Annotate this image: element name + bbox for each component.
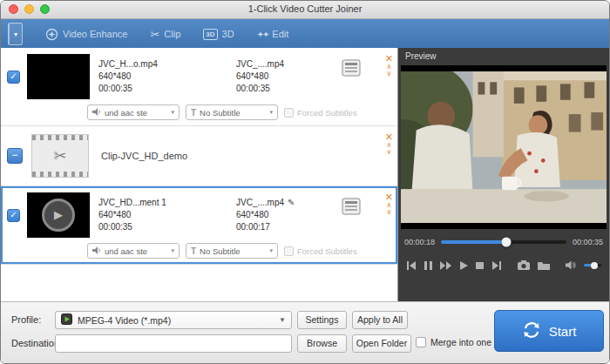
minimize-window-button[interactable] xyxy=(24,4,34,14)
zoom-window-button[interactable] xyxy=(40,4,50,14)
item1-checkbox[interactable]: ✓ xyxy=(7,71,20,84)
add-file-button[interactable]: Add File ▾ xyxy=(8,23,23,45)
item3-output-duration: 00:00:17 xyxy=(236,221,339,233)
three-d-label: 3D xyxy=(222,29,234,39)
close-window-button[interactable] xyxy=(9,4,18,14)
fast-forward-button[interactable] xyxy=(440,261,452,270)
clip-button[interactable]: ✂ Clip xyxy=(150,28,180,41)
title-bar: 1-Click Video Cutter Joiner xyxy=(1,1,609,19)
item3-source-info: JVC_HD...ment 1 640*480 00:00:35 xyxy=(98,197,236,233)
item2-clip-name: Clip-JVC_HD_demo xyxy=(101,151,187,161)
seek-bar-row: 00:00:18 00:00:35 xyxy=(404,238,603,246)
video-enhance-button[interactable]: Video Enhance xyxy=(45,28,127,41)
three-d-button[interactable]: 3D 3D xyxy=(203,29,234,40)
item2-collapse-button[interactable]: − xyxy=(7,148,23,164)
snapshot-camera-button[interactable] xyxy=(518,260,530,270)
item1-format-icon[interactable] xyxy=(341,58,362,81)
traffic-lights xyxy=(9,4,50,14)
item1-thumbnail[interactable] xyxy=(27,54,90,99)
item3-subtitle-select[interactable]: T No Subtitle ▾ xyxy=(186,243,278,259)
play-button[interactable] xyxy=(460,261,468,270)
item3-checkbox[interactable]: ✓ xyxy=(7,209,20,222)
merge-checkbox[interactable] xyxy=(416,337,426,347)
item1-source-name: JVC_H...o.mp4 xyxy=(98,58,236,71)
main-area: ✓ JVC_H...o.mp4 640*480 00:00:35 JVC_...… xyxy=(1,48,609,302)
chevron-down-icon: ▾ xyxy=(171,247,174,254)
item1-subtitle-select[interactable]: T No Subtitle ▾ xyxy=(186,104,278,120)
playback-controls xyxy=(406,260,601,270)
file-list-item-3[interactable]: ✓ ▶ JVC_HD...ment 1 640*480 00:00:35 JVC… xyxy=(1,186,397,265)
merge-into-one-file[interactable]: Merge into one file xyxy=(416,337,505,347)
video-enhance-icon xyxy=(45,28,58,41)
item1-output-name: JVC_....mp4 xyxy=(236,58,339,71)
scissors-icon: ✂ xyxy=(53,146,66,165)
pause-button[interactable] xyxy=(424,261,432,270)
total-time: 00:00:35 xyxy=(573,238,603,246)
next-frame-button[interactable] xyxy=(491,261,502,270)
rename-pencil-icon[interactable]: ✎ xyxy=(288,198,295,207)
item3-forced-subtitles-checkbox[interactable] xyxy=(284,246,294,256)
previous-frame-button[interactable] xyxy=(406,261,417,270)
window-title: 1-Click Video Cutter Joiner xyxy=(1,1,609,17)
chevron-down-icon: ▾ xyxy=(171,109,174,116)
profile-format-icon xyxy=(61,313,72,327)
item2-clip-thumbnail: ✂ xyxy=(31,134,89,178)
settings-button[interactable]: Settings xyxy=(297,311,347,329)
item1-audio-track-select[interactable]: und aac ste ▾ xyxy=(87,104,180,120)
file-list: ✓ JVC_H...o.mp4 640*480 00:00:35 JVC_...… xyxy=(1,48,398,302)
item1-source-resolution: 640*480 xyxy=(98,71,236,83)
video-enhance-label: Video Enhance xyxy=(63,29,127,39)
item3-format-icon[interactable] xyxy=(341,197,362,219)
edit-button[interactable]: ✦✦ Edit xyxy=(257,29,289,39)
item1-source-duration: 00:00:35 xyxy=(98,83,236,95)
play-overlay-icon[interactable]: ▶ xyxy=(42,199,75,232)
add-file-dropdown-caret[interactable]: ▾ xyxy=(10,30,22,38)
scissors-icon: ✂ xyxy=(150,28,159,41)
open-folder-button[interactable]: Open Folder xyxy=(352,334,411,353)
subtitle-icon: T xyxy=(191,246,196,256)
browse-button[interactable]: Browse xyxy=(297,334,347,353)
item1-move-down-button[interactable]: ∨ xyxy=(386,71,391,78)
profile-select[interactable]: MPEG-4 Video (*.mp4) ▼ xyxy=(55,311,292,329)
open-snapshot-folder-button[interactable] xyxy=(538,260,550,270)
file-list-item-1[interactable]: ✓ JVC_H...o.mp4 640*480 00:00:35 JVC_...… xyxy=(1,48,397,126)
item2-move-down-button[interactable]: ∨ xyxy=(386,149,391,156)
seek-bar-handle[interactable] xyxy=(501,238,511,247)
speaker-icon xyxy=(92,246,101,256)
item3-source-resolution: 640*480 xyxy=(98,209,236,221)
chevron-down-icon: ▾ xyxy=(269,109,273,116)
chevron-down-icon: ▼ xyxy=(279,316,286,324)
volume-slider[interactable] xyxy=(584,264,601,266)
seek-bar-progress xyxy=(441,240,506,244)
subtitle-icon: T xyxy=(191,108,196,118)
item3-source-duration: 00:00:35 xyxy=(98,221,236,233)
item1-forced-subtitles[interactable]: Forced Subtitles xyxy=(284,108,357,118)
item3-forced-subtitles[interactable]: Forced Subtitles xyxy=(284,246,357,256)
item3-audio-track-select[interactable]: und aac ste ▾ xyxy=(87,243,180,259)
destination-input[interactable] xyxy=(55,334,292,353)
preview-video-frame[interactable] xyxy=(401,65,607,229)
toolbar: Add File ▾ Video Enhance ✂ Clip 3D 3D ✦✦… xyxy=(1,19,609,49)
apply-to-all-button[interactable]: Apply to All xyxy=(352,311,408,329)
speaker-icon xyxy=(92,108,101,118)
profile-value: MPEG-4 Video (*.mp4) xyxy=(78,315,274,326)
item1-output-info: JVC_....mp4 640*480 00:00:35 xyxy=(236,58,339,95)
file-list-item-2[interactable]: − ✂ Clip-JVC_HD_demo ✕ ∧ ∨ xyxy=(1,126,397,186)
app-window: 1-Click Video Cutter Joiner Add File ▾ V… xyxy=(0,0,610,364)
item1-forced-subtitles-label: Forced Subtitles xyxy=(297,108,357,118)
three-d-icon: 3D xyxy=(203,29,217,40)
item1-output-resolution: 640*480 xyxy=(236,71,339,83)
item1-forced-subtitles-checkbox[interactable] xyxy=(284,108,294,118)
item3-thumbnail[interactable]: ▶ xyxy=(27,192,90,238)
item3-move-down-button[interactable]: ∨ xyxy=(386,209,391,216)
preview-label: Preview xyxy=(398,48,609,64)
profile-label: Profile: xyxy=(11,314,41,325)
seek-bar[interactable] xyxy=(441,240,566,244)
start-button[interactable]: Start xyxy=(494,310,604,352)
output-settings-bar: Profile: MPEG-4 Video (*.mp4) ▼ Settings… xyxy=(1,301,609,363)
item3-output-info: JVC_....mp4✎ 640*480 00:00:17 xyxy=(236,197,339,233)
stop-button[interactable] xyxy=(476,261,484,270)
item3-output-resolution: 640*480 xyxy=(236,209,339,221)
volume-icon[interactable] xyxy=(566,260,576,270)
volume-handle[interactable] xyxy=(591,262,598,269)
